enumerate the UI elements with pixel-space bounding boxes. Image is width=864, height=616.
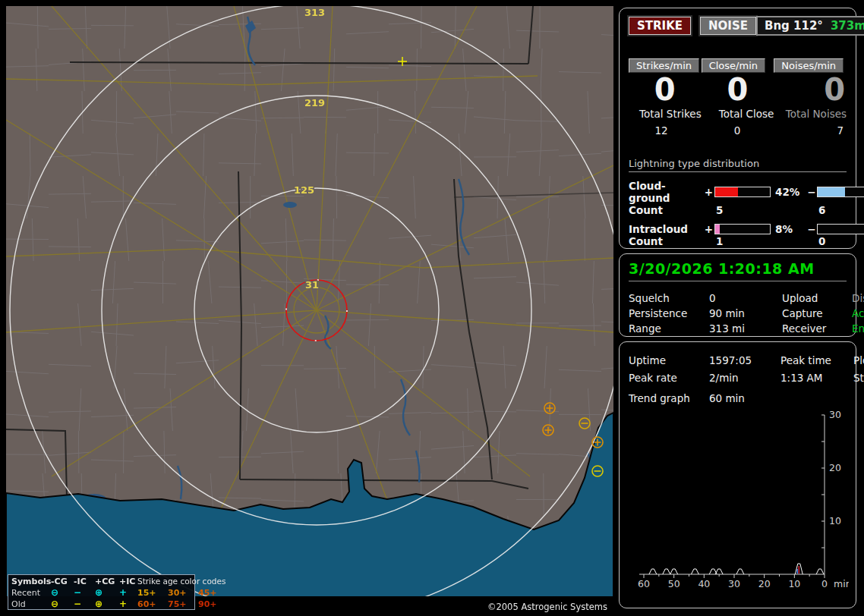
close-per-min-button[interactable]: Close/min — [702, 58, 765, 73]
uptime-label: Uptime — [629, 354, 709, 366]
trend-graph-row: Trend graph 60 min — [629, 392, 847, 404]
noises-per-min-button[interactable]: Noises/min — [774, 58, 844, 73]
total-noises-label: Total Noises — [774, 108, 847, 120]
ic-plus-bar — [714, 224, 771, 234]
range-value: 313 mi — [709, 322, 782, 335]
ring-label-219: 219 — [304, 97, 325, 108]
receiver-label: Receiver — [782, 322, 852, 335]
total-close-value: 0 — [702, 124, 774, 137]
ic-count-label: Count — [629, 235, 703, 247]
ring-label-31: 31 — [305, 279, 319, 291]
session-grid: Uptime 1597:05 Peak time Plot Peak rate … — [629, 351, 847, 386]
total-strikes-label: Total Strikes — [629, 108, 702, 120]
noises-per-min-value: 0 — [774, 73, 847, 106]
legend-age-15+: 15+ — [137, 588, 168, 598]
ic-plus-percent: 8% — [771, 223, 806, 235]
legend-age-90+: 90+ — [198, 599, 226, 609]
app-window: { "toolbar": { "strike": "STRIKE", "nois… — [0, 0, 864, 616]
bearing-label: Bng 112° — [765, 19, 823, 33]
cg-plus-count: 5 — [714, 204, 771, 216]
legend-age-30+: 30+ — [168, 588, 198, 598]
legend-symbol-old-3: + — [119, 599, 137, 609]
svg-text:50: 50 — [668, 578, 680, 589]
total-strikes-value: 12 — [629, 124, 702, 137]
intracloud-label: Intracloud — [629, 223, 703, 235]
legend-age-title: Strike age color codes — [137, 577, 226, 586]
legend-age-75+: 75+ — [168, 599, 198, 609]
persistence-label: Persistence — [629, 307, 709, 319]
status-grid: Squelch 0 Upload Disabled Persistence 90… — [629, 291, 847, 336]
bearing-readout: Bng 112°373mi — [756, 16, 864, 36]
strikes-counter-column: Strikes/min 0 Total Strikes 12 — [629, 58, 702, 137]
legend-symbol-old-2: ⊕ — [95, 599, 119, 609]
legend-symbol-recent-1: − — [74, 588, 95, 598]
ic-minus-count: 0 — [817, 235, 864, 247]
rate-counters: Strikes/min 0 Total Strikes 12 Close/min… — [629, 58, 847, 137]
distribution-title: Lightning type distribution — [629, 158, 847, 172]
datetime-display: 3/20/2026 1:20:18 AM — [629, 260, 847, 281]
cg-minus-count: 6 — [817, 204, 864, 216]
ring-label-313: 313 — [304, 7, 325, 18]
svg-text:20: 20 — [829, 462, 841, 473]
status-panel: 3/20/2026 1:20:18 AM Squelch 0 Upload Di… — [619, 253, 856, 337]
strikes-per-min-value: 0 — [629, 73, 702, 106]
svg-text:10: 10 — [829, 515, 841, 526]
map-canvas[interactable]: 313 219 125 31 ©2005 Astrogenic Systems — [6, 6, 613, 616]
legend-symbol-recent-3: + — [119, 588, 137, 598]
svg-text:60: 60 — [638, 578, 650, 589]
session-panel: Uptime 1597:05 Peak time Plot Peak rate … — [619, 341, 856, 608]
total-noises-value: 7 — [774, 124, 847, 137]
cg-plus-bar — [714, 187, 771, 197]
svg-text:30: 30 — [829, 409, 841, 420]
trend-graph-label: Trend graph — [629, 392, 709, 404]
plus-sign: + — [703, 223, 714, 235]
radar-map[interactable]: 313 219 125 31 ©2005 Astrogenic Systems — [6, 6, 613, 616]
peak-rate-value: 2/min — [709, 372, 780, 384]
persistence-value: 90 min — [709, 307, 782, 319]
copyright-text: ©2005 Astrogenic Systems — [487, 602, 607, 612]
symbol-legend: Symbols -CG -IC +CG +IC Strike age color… — [8, 574, 195, 610]
legend-header-nic: -IC — [74, 577, 95, 586]
minus-sign: − — [806, 223, 817, 235]
distribution-grid: Cloud-ground + 42% − 50% Count 5 6 Intra… — [629, 180, 847, 247]
svg-text:30: 30 — [728, 578, 740, 589]
ic-minus-bar — [817, 224, 864, 234]
upload-value: Disabled — [852, 292, 864, 304]
peak-time-label: Peak time — [780, 354, 853, 366]
svg-text:min: min — [834, 578, 849, 589]
legend-age-45+: 45+ — [198, 588, 226, 598]
peak-rate-label: Peak rate — [629, 372, 709, 384]
squelch-value: 0 — [709, 292, 782, 304]
receiver-value: Enabled — [852, 322, 864, 335]
capture-label: Capture — [782, 307, 852, 319]
total-close-label: Total Close — [702, 108, 774, 120]
close-per-min-value: 0 — [702, 73, 774, 106]
plot-label: Plot — [853, 354, 864, 366]
svg-text:20: 20 — [758, 578, 771, 589]
uptime-value: 1597:05 — [709, 354, 780, 366]
svg-text:40: 40 — [698, 578, 710, 589]
close-counter-column: Close/min 0 Total Close 0 — [702, 58, 774, 137]
noises-counter-column: Noises/min 0 Total Noises 7 — [774, 58, 847, 137]
cloud-ground-label: Cloud-ground — [629, 180, 703, 204]
peak-time-value: 1:13 AM — [780, 372, 853, 384]
legend-row-label-recent: Recent — [11, 588, 51, 598]
bearing-distance: 373mi — [831, 19, 864, 33]
cg-minus-bar — [817, 187, 864, 197]
strike-mode-button[interactable]: STRIKE — [629, 17, 691, 35]
svg-text:0: 0 — [821, 578, 828, 589]
cg-count-label: Count — [629, 204, 703, 216]
legend-symbols-title: Symbols — [11, 577, 51, 586]
stats-panel: STRIKE NOISE Bng 112°373mi Strikes/min 0… — [619, 8, 856, 249]
legend-symbol-recent-2: ⊕ — [95, 588, 119, 598]
plot-type-value: Strike — [853, 372, 864, 384]
noise-mode-button[interactable]: NOISE — [700, 17, 756, 35]
strikes-per-min-button[interactable]: Strikes/min — [629, 58, 699, 73]
minus-sign: − — [806, 186, 817, 198]
legend-row-label-old: Old — [11, 599, 51, 609]
mode-toolbar: STRIKE NOISE Bng 112°373mi — [629, 16, 847, 36]
trend-graph-chart: 6050403020100min102030 — [629, 409, 849, 600]
legend-header-pic: +IC — [119, 577, 137, 586]
legend-header-ncg: -CG — [51, 577, 74, 586]
plus-sign: + — [703, 186, 714, 198]
